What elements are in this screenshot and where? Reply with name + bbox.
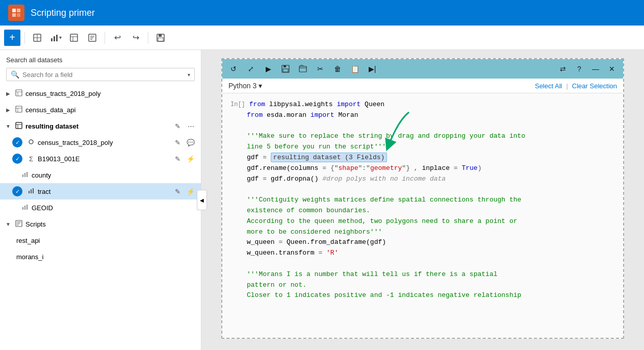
svg-rect-32 xyxy=(27,172,28,177)
script-code-body[interactable]: In[]from libpysal.weights import Queen f… xyxy=(222,93,623,338)
copy-button[interactable]: 📋 xyxy=(348,62,362,76)
more-options-button[interactable]: ⋯ xyxy=(185,120,197,132)
tree-item-resulting-dataset[interactable]: ▼ resulting dataset ✎ ⋯ xyxy=(0,118,201,134)
code-line-16: Closer to 1 indicates positive and -1 in… xyxy=(247,290,615,301)
chart-button[interactable]: ▾ xyxy=(47,30,64,46)
save-script-button[interactable] xyxy=(278,62,293,76)
tree-label-geoid: GEOID xyxy=(32,204,197,212)
undo-button[interactable]: ↩ xyxy=(109,30,125,46)
svg-point-29 xyxy=(29,140,33,144)
checked-icon-3: ✓ xyxy=(12,186,22,196)
tree-label-scripts: Scripts xyxy=(25,220,197,228)
edit-button[interactable]: ✎ xyxy=(171,120,184,132)
sidebar-header: Search all datasets xyxy=(0,50,201,68)
add-button[interactable]: + xyxy=(4,30,20,46)
svg-rect-36 xyxy=(22,207,23,210)
search-dropdown-icon[interactable]: ▾ xyxy=(188,72,190,78)
table-button[interactable] xyxy=(66,30,82,46)
tree-item-census-data[interactable]: ▶ census_data_api xyxy=(0,102,201,118)
edit-button-4[interactable]: ✎ xyxy=(171,185,184,197)
app-title: Scripting primer xyxy=(31,8,95,18)
content-area: ↺ ⤢ ▶ ✂ 🗑 📋 ▶| ⇄ ? — ✕ xyxy=(201,50,644,350)
message-button[interactable]: 💬 xyxy=(185,136,197,148)
sync-button[interactable]: ⇄ xyxy=(556,62,570,76)
svg-rect-3 xyxy=(17,13,20,17)
bar-chart-icon-2 xyxy=(27,188,36,195)
code-line-2: from esda.moran import Moran xyxy=(247,110,615,121)
tree-item-tract[interactable]: ✓ tract ✎ ⚡ xyxy=(0,183,201,199)
redo-button[interactable]: ↪ xyxy=(127,30,144,46)
edit-button-3[interactable]: ✎ xyxy=(171,153,184,165)
code-line-5: gdf = resulting dataset (3 Fields) xyxy=(247,153,615,163)
tree-item-morans-i[interactable]: morans_i xyxy=(0,248,201,265)
close-button[interactable]: ✕ xyxy=(605,62,619,76)
tree-item-geoid[interactable]: GEOID xyxy=(0,199,201,216)
language-selector[interactable]: Python 3 ▾ xyxy=(228,82,262,90)
tree-item-census-tracts[interactable]: ▶ census_tracts_2018_poly xyxy=(0,85,201,102)
sidebar-collapse-button[interactable]: ◀ xyxy=(197,190,207,210)
chevron-icon: ▶ xyxy=(4,91,12,96)
code-line-3: '''Make sure to replace the string by dr… xyxy=(247,131,615,142)
svg-rect-26 xyxy=(16,122,22,129)
expand-button[interactable]: ⤢ xyxy=(244,62,258,76)
help-button[interactable]: ? xyxy=(572,62,586,76)
chevron-expand-scripts-icon: ▼ xyxy=(4,221,12,227)
run-button[interactable]: ▶ xyxy=(261,62,275,76)
checked-icon-2: ✓ xyxy=(12,154,22,164)
svg-rect-34 xyxy=(31,189,32,193)
search-field-container[interactable]: 🔍 ▾ xyxy=(6,68,195,81)
code-line-10: According to the queen method, two polyg… xyxy=(247,216,615,227)
checked-icon: ✓ xyxy=(12,137,22,147)
tree-item-rest-api[interactable]: rest_api xyxy=(0,232,201,248)
script-editor-header: Python 3 ▾ Select All | Clear Selection xyxy=(222,79,623,93)
tree-item-actions: ✎ ⋯ xyxy=(171,120,197,132)
code-line-4: line 5 before you run the script''' xyxy=(247,142,615,153)
filter-button[interactable]: ⚡ xyxy=(185,153,197,165)
tree-label-census-tracts: census_tracts_2018_poly xyxy=(25,90,197,97)
refresh-button[interactable]: ↺ xyxy=(226,62,241,76)
bar-chart-icon xyxy=(20,171,30,179)
toolbar-separator-3 xyxy=(148,32,148,44)
code-line-14: '''Morans I is a number that will tell u… xyxy=(247,269,615,280)
point-icon xyxy=(27,139,36,146)
tree-item-actions-4: ✎ ⚡ xyxy=(171,185,197,197)
tree-label-census-tracts-child: census_tracts_2018_poly xyxy=(38,139,169,146)
edit-button-2[interactable]: ✎ xyxy=(171,136,184,148)
clear-selection-link[interactable]: Clear Selection xyxy=(572,82,617,90)
script-toolbar-right: ⇄ ? — ✕ xyxy=(556,62,619,76)
svg-rect-10 xyxy=(70,34,78,41)
search-input[interactable] xyxy=(22,71,185,79)
script-button[interactable] xyxy=(84,30,100,46)
code-line-6: gdf.rename(columns = {"shape":"geometry"… xyxy=(247,163,615,174)
minimize-button[interactable]: — xyxy=(588,62,603,76)
map-view-button[interactable] xyxy=(29,30,45,46)
svg-rect-38 xyxy=(27,205,28,210)
code-line-7: gdf = gdf.dropna() #drop polys with no i… xyxy=(247,174,615,185)
tree-label-tract: tract xyxy=(38,188,169,195)
tree-label-morans-i: morans_i xyxy=(16,253,197,261)
open-file-button[interactable] xyxy=(296,62,310,76)
bar-chart-icon-3 xyxy=(20,204,30,212)
tree-item-census-tracts-child[interactable]: ✓ census_tracts_2018_poly ✎ 💬 xyxy=(0,134,201,151)
step-run-button[interactable]: ▶| xyxy=(365,62,379,76)
chevron-icon: ▶ xyxy=(4,107,12,113)
table-bold-icon xyxy=(14,122,23,131)
save-button[interactable] xyxy=(152,30,169,46)
tree-label-county: county xyxy=(32,171,197,179)
script-editor-toolbar: ↺ ⤢ ▶ ✂ 🗑 📋 ▶| ⇄ ? — ✕ xyxy=(222,59,623,79)
script-editor-panel: ↺ ⤢ ▶ ✂ 🗑 📋 ▶| ⇄ ? — ✕ xyxy=(221,58,624,339)
svg-rect-20 xyxy=(16,90,22,96)
toolbar-separator-2 xyxy=(105,32,105,44)
main-layout: Search all datasets 🔍 ▾ ▶ census_tracts_… xyxy=(0,50,644,350)
cut-button[interactable]: ✂ xyxy=(313,62,327,76)
tree-item-b19013[interactable]: ✓ Σ B19013_001E ✎ ⚡ xyxy=(0,151,201,167)
delete-button[interactable]: 🗑 xyxy=(330,62,345,76)
filter-button-2[interactable]: ⚡ xyxy=(185,185,197,197)
svg-rect-30 xyxy=(22,174,23,177)
svg-rect-31 xyxy=(24,173,25,177)
svg-rect-44 xyxy=(284,65,286,67)
select-all-link[interactable]: Select All xyxy=(535,82,562,90)
tree-item-scripts[interactable]: ▼ Scripts xyxy=(0,216,201,232)
tree-item-county[interactable]: county xyxy=(0,167,201,183)
table-icon xyxy=(14,106,23,114)
